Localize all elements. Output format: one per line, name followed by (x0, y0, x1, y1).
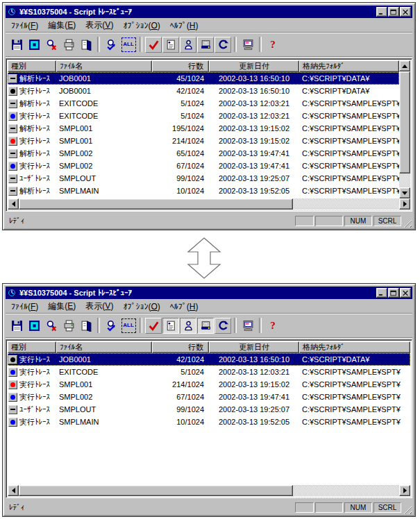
horizontal-scrollbar-thumb[interactable] (19, 198, 293, 210)
scroll-right-button[interactable] (399, 198, 410, 210)
display-button[interactable] (26, 318, 42, 334)
title-bar[interactable]: ¥¥S10375004 - Script ﾄﾚｰｽﾋﾞｭｰｱ (6, 287, 412, 299)
table-row[interactable]: 実行ﾄﾚｰｽSMPL00267/10242002-03-13 19:47:41C… (8, 160, 399, 172)
close-button[interactable] (400, 288, 411, 298)
column-header-4[interactable]: 格納先ﾌｫﾙﾀﾞ (299, 341, 410, 353)
table-row[interactable]: 解析ﾄﾚｰｽSMPL001195/10242002-03-13 19:15:02… (8, 122, 399, 135)
scroll-left-button[interactable] (8, 485, 19, 496)
menu-item-4[interactable]: ﾍﾙﾌﾟ(H) (165, 20, 203, 31)
check-filter-button[interactable] (145, 318, 162, 334)
column-header-3[interactable]: 更新日付 (209, 60, 299, 72)
table-row[interactable]: ﾕｰｻﾞﾄﾚｰｽSMPLOUT99/10242002-03-13 19:25:0… (8, 172, 399, 185)
lines-cell: 214/1024 (152, 137, 209, 145)
column-header-4[interactable]: 格納先ﾌｫﾙﾀﾞ (299, 60, 399, 72)
table-row[interactable]: ﾕｰｻﾞﾄﾚｰｽSMPLOUT99/10242002-03-13 19:25:0… (8, 403, 410, 416)
magnifier-check-button[interactable] (103, 318, 119, 334)
table-row[interactable]: 実行ﾄﾚｰｽJOB000142/10242002-03-13 16:50:10C… (8, 85, 399, 97)
horizontal-scrollbar-thumb[interactable] (19, 485, 293, 496)
table-row[interactable]: 解析ﾄﾚｰｽJOB000145/10242002-03-13 16:50:10C… (8, 72, 399, 85)
all-filter-button[interactable]: ALL (120, 318, 137, 334)
save-button[interactable] (8, 318, 25, 334)
magnifier-close-button[interactable] (43, 37, 60, 53)
resize-grip[interactable] (403, 219, 412, 228)
vertical-scrollbar-thumb[interactable] (399, 71, 410, 173)
table-row[interactable]: 実行ﾄﾚｰｽSMPL001214/10242002-03-13 19:15:02… (8, 378, 410, 391)
table-row[interactable]: 解析ﾄﾚｰｽSMPLMAIN10/10242002-03-13 19:52:05… (8, 185, 399, 197)
minimize-button[interactable] (376, 288, 387, 298)
notebook-button[interactable] (78, 37, 94, 53)
print-button[interactable] (60, 37, 77, 53)
dot-glyph (10, 164, 15, 169)
minimize-button[interactable] (376, 7, 387, 17)
maximize-button[interactable] (388, 7, 399, 17)
computer-button[interactable] (240, 318, 256, 334)
table-row[interactable]: 解析ﾄﾚｰｽSMPL00265/10242002-03-13 19:47:41C… (8, 147, 399, 160)
person-filter-button[interactable] (180, 37, 196, 53)
close-button[interactable] (400, 7, 411, 17)
column-header-2[interactable]: 行数 (152, 60, 209, 72)
refresh-button[interactable] (215, 318, 231, 334)
help-button[interactable]: ? (264, 37, 281, 53)
menu-item-0[interactable]: ﾌｧｲﾙ(F) (6, 301, 43, 312)
scroll-up-button[interactable] (399, 60, 410, 71)
column-header-0[interactable]: 種別 (8, 341, 56, 353)
menu-item-4[interactable]: ﾍﾙﾌﾟ(H) (165, 301, 203, 312)
menu-item-1[interactable]: 編集(E) (43, 19, 81, 32)
magnifier-close-button[interactable] (43, 318, 60, 334)
scroll-right-button[interactable] (399, 485, 410, 496)
menu-item-0[interactable]: ﾌｧｲﾙ(F) (6, 20, 43, 31)
computer-button[interactable] (240, 37, 256, 53)
device-filter-button[interactable] (197, 318, 214, 334)
magnifier-close-icon (46, 320, 58, 332)
menu-item-3[interactable]: ｵﾌﾟｼｮﾝ(O) (118, 20, 165, 31)
table-row[interactable]: 実行ﾄﾚｰｽSMPL00267/10242002-03-13 19:47:41C… (8, 391, 410, 403)
device-filter-button[interactable] (197, 37, 214, 53)
horizontal-scrollbar-track[interactable] (19, 198, 399, 210)
horizontal-scrollbar-track[interactable] (19, 485, 399, 496)
column-header-2[interactable]: 行数 (152, 341, 209, 353)
column-header-0[interactable]: 種別 (8, 60, 56, 72)
trace-type-label: 実行ﾄﾚｰｽ (19, 136, 50, 146)
refresh-button[interactable] (215, 37, 231, 53)
scroll-down-button[interactable] (399, 187, 410, 198)
table-row[interactable]: 実行ﾄﾚｰｽSMPL001214/10242002-03-13 19:15:02… (8, 135, 399, 147)
triangle-right-icon (403, 488, 407, 493)
menu-item-3[interactable]: ｵﾌﾟｼｮﾝ(O) (118, 301, 165, 312)
all-filter-button[interactable]: ALL (120, 37, 137, 53)
menu-item-1[interactable]: 編集(E) (43, 300, 81, 313)
horizontal-scrollbar[interactable] (8, 485, 410, 496)
column-header-1[interactable]: ﾌｧｲﾙ名 (56, 60, 152, 72)
resize-grip[interactable] (403, 505, 412, 514)
help-button[interactable]: ? (264, 318, 281, 334)
vertical-scrollbar-track[interactable] (399, 71, 410, 187)
window-title: ¥¥S10375004 - Script ﾄﾚｰｽﾋﾞｭｰｱ (19, 8, 376, 16)
trace-dot-blue-icon (8, 112, 17, 121)
table-row[interactable]: 解析ﾄﾚｰｽEXITCODE5/10242002-03-13 12:03:21C… (8, 97, 399, 110)
table-row[interactable]: 実行ﾄﾚｰｽJOB000142/10242002-03-13 16:50:10C… (8, 353, 410, 366)
notebook-button[interactable] (78, 318, 94, 334)
title-bar[interactable]: ¥¥S10375004 - Script ﾄﾚｰｽﾋﾞｭｰｱ (6, 6, 412, 18)
maximize-button[interactable] (388, 288, 399, 298)
dot-glyph (10, 382, 15, 387)
vertical-scrollbar[interactable] (399, 60, 410, 198)
table-row[interactable]: 実行ﾄﾚｰｽEXITCODE5/10242002-03-13 12:03:21C… (8, 110, 399, 122)
menu-item-2[interactable]: 表示(V) (81, 19, 118, 32)
check-filter-button[interactable] (145, 37, 162, 53)
column-header-1[interactable]: ﾌｧｲﾙ名 (56, 341, 152, 353)
display-button[interactable] (26, 37, 42, 53)
magnifier-check-button[interactable] (103, 37, 119, 53)
scroll-left-button[interactable] (8, 198, 19, 210)
date-cell: 2002-03-13 12:03:21 (209, 99, 299, 108)
person-filter-button[interactable] (180, 318, 196, 334)
dot-glyph (10, 420, 15, 425)
column-header-3[interactable]: 更新日付 (209, 341, 299, 353)
table-row[interactable]: 実行ﾄﾚｰｽSMPLMAIN10/10242002-03-13 19:52:05… (8, 416, 410, 428)
menu-item-2[interactable]: 表示(V) (81, 300, 118, 313)
note-filter-button[interactable] (162, 37, 179, 53)
menu-bar: ﾌｧｲﾙ(F)編集(E)表示(V)ｵﾌﾟｼｮﾝ(O)ﾍﾙﾌﾟ(H) (6, 299, 412, 313)
table-row[interactable]: 実行ﾄﾚｰｽEXITCODE5/10242002-03-13 12:03:21C… (8, 366, 410, 378)
print-button[interactable] (60, 318, 77, 334)
horizontal-scrollbar[interactable] (8, 198, 410, 210)
note-filter-button[interactable] (162, 318, 179, 334)
save-button[interactable] (8, 37, 25, 53)
